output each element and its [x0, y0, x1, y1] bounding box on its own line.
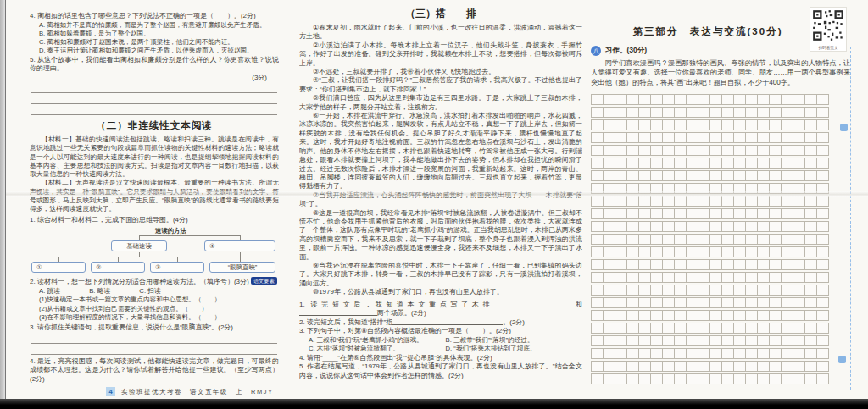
grid-cell [662, 234, 675, 245]
grid-cell [686, 335, 698, 346]
answer-blank [392, 318, 503, 325]
grid-cell [709, 132, 722, 143]
grid-cell [638, 335, 651, 346]
question-4-option-b: B. 蔺相如躲着廉颇，是为了整个赵国。 [30, 30, 279, 38]
grid-cell [626, 361, 639, 372]
qr-code-block: 扫码看范文 [810, 7, 847, 52]
grid-cell [745, 361, 758, 372]
grid-cell [804, 348, 817, 359]
grid-cell [781, 310, 793, 321]
grid-cell [793, 246, 805, 257]
grid-cell [626, 297, 639, 308]
grid-cell [638, 170, 651, 181]
grid-cell [769, 221, 782, 232]
grid-cell [816, 285, 829, 296]
q2-text-1: 2. 读完短文后，我知道“搭排”指 [299, 318, 392, 326]
grid-cell [698, 145, 710, 156]
grid-cell [793, 145, 805, 156]
grid-cell [757, 196, 770, 207]
choice-c: C. 扫读 [139, 287, 161, 296]
grid-cell [769, 259, 782, 270]
material-1: 【材料一】基础的快速阅读法包括跳读、略读和扫读三种。跳读是在阅读中，有意识地跳过… [30, 135, 279, 179]
grid-cell [816, 145, 829, 156]
grid-cell [603, 132, 615, 143]
grid-cell [650, 158, 663, 169]
grid-cell [591, 348, 604, 359]
grid-cell [603, 323, 615, 334]
q1-text-2: 和 [571, 301, 582, 308]
grid-cell [662, 310, 675, 321]
grid-row [591, 373, 850, 384]
grid-cell [804, 145, 817, 156]
grid-cell [603, 272, 615, 283]
grid-cell [793, 361, 805, 372]
grid-cell [674, 373, 687, 384]
reading-question-1: 1. 综合材料一和材料二，完成下面的思维导图。(4分) [30, 216, 279, 225]
grid-cell [650, 170, 663, 181]
grid-cell [638, 310, 651, 321]
grid-cell [721, 94, 734, 105]
grid-row [591, 170, 850, 181]
grid-cell [674, 208, 687, 219]
grid-cell [721, 361, 734, 372]
grid-cell [591, 170, 604, 181]
grid-cell [816, 132, 829, 143]
grid-cell [733, 170, 746, 181]
grid-cell [793, 132, 805, 143]
grid-cell [781, 259, 793, 270]
grid-cell [626, 323, 639, 334]
grid-cell [816, 170, 829, 181]
grid-cell [662, 145, 675, 156]
grid-cell [698, 348, 710, 359]
grid-cell [804, 246, 817, 257]
registration-mark-icon [838, 356, 846, 363]
grid-cell [709, 348, 722, 359]
grid-cell [816, 107, 829, 118]
grid-cell [698, 310, 710, 321]
mind-map-diagram: 速读的方法 基础速读 ④ ① ② ③ “眼脑直映” [30, 227, 279, 275]
grid-cell [745, 297, 758, 308]
grid-cell [709, 94, 722, 105]
grid-cell [745, 221, 758, 232]
passage-paragraph: ⑧这是一道很高的坝，我经常看见木排“落坝”时被急流掀翻，人被卷进漩涡中。但三叔却… [299, 209, 582, 262]
grid-cell [650, 196, 663, 207]
grid-cell [615, 361, 627, 372]
grid-cell [674, 145, 687, 156]
grid-cell [721, 208, 734, 219]
grid-cell [662, 348, 675, 359]
grid-cell [769, 323, 782, 334]
grid-cell [638, 373, 651, 384]
grid-cell [591, 335, 604, 346]
grid-cell [757, 234, 770, 245]
grid-cell [757, 132, 770, 143]
q2-text-2: 。(2分) [503, 318, 525, 326]
grid-row [591, 107, 850, 118]
grid-cell [733, 208, 746, 219]
grid-cell [769, 234, 782, 245]
grid-cell [650, 272, 663, 283]
writing-grid [591, 94, 850, 384]
grid-cell [769, 208, 782, 219]
grid-cell [816, 297, 829, 308]
grid-cell [638, 234, 651, 245]
grid-cell [686, 170, 698, 181]
grid-row [591, 348, 850, 359]
grid-cell [603, 196, 615, 207]
grid-cell [650, 107, 663, 118]
q1-text-3: 两个场景。(2分) [377, 309, 426, 317]
grid-cell [733, 297, 746, 308]
answer-line [31, 333, 277, 344]
grid-cell [709, 170, 722, 181]
grid-cell [733, 145, 746, 156]
grid-cell [745, 285, 758, 296]
grid-cell [626, 107, 639, 118]
grid-cell [615, 94, 627, 105]
grid-cell [650, 310, 663, 321]
grid-cell [804, 158, 817, 169]
grid-cell [709, 221, 722, 232]
grid-cell [603, 310, 615, 321]
grid-cell [591, 132, 604, 143]
grid-cell [698, 183, 710, 194]
grid-cell [721, 196, 734, 207]
grid-cell [816, 158, 829, 169]
